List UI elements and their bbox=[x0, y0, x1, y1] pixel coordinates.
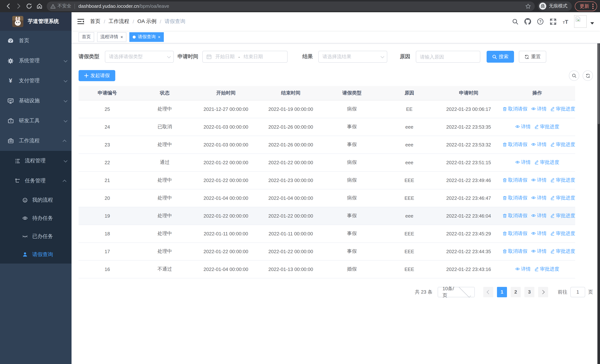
detail-link[interactable]: 详情 bbox=[531, 141, 547, 148]
approval-progress-link[interactable]: 审批进度 bbox=[534, 124, 559, 130]
page-size-select[interactable]: 10条/页 bbox=[438, 287, 475, 297]
sidebar-item-leave-query[interactable]: 请假查询 bbox=[0, 245, 72, 263]
sidebar-item-done-tasks[interactable]: 已办任务 bbox=[0, 227, 72, 245]
show-search-button[interactable] bbox=[569, 70, 579, 81]
bookmark-star-icon[interactable] bbox=[525, 3, 531, 9]
avatar[interactable] bbox=[574, 15, 587, 28]
update-label[interactable]: 更新 bbox=[580, 3, 589, 9]
eye-closed-icon bbox=[22, 233, 28, 239]
detail-link[interactable]: 详情 bbox=[531, 248, 547, 255]
tag-leave-query[interactable]: 请假查询× bbox=[129, 32, 164, 42]
fullscreen-icon[interactable] bbox=[547, 15, 559, 28]
forward-icon[interactable] bbox=[13, 1, 24, 11]
reload-icon[interactable] bbox=[24, 1, 34, 11]
tag-process-detail[interactable]: 流程详情× bbox=[97, 32, 126, 42]
user-icon bbox=[22, 252, 28, 257]
detail-link[interactable]: 详情 bbox=[531, 177, 547, 184]
svg-text:?: ? bbox=[539, 19, 542, 24]
github-icon[interactable] bbox=[521, 15, 534, 28]
approval-progress-link[interactable]: 审批进度 bbox=[550, 141, 575, 148]
detail-link[interactable]: 详情 bbox=[515, 159, 531, 166]
search-button[interactable]: 搜索 bbox=[487, 51, 514, 63]
detail-link[interactable]: 详情 bbox=[531, 106, 547, 112]
scrollbar[interactable] bbox=[597, 12, 600, 364]
briefcase-icon bbox=[7, 138, 14, 144]
leave-table: 申请编号 状态 开始时间 结束时间 请假类型 原因 申请时间 操作 25处理中2 bbox=[79, 86, 575, 278]
search-icon[interactable] bbox=[509, 15, 521, 28]
page-button-3[interactable]: 3 bbox=[525, 287, 534, 297]
close-icon[interactable]: × bbox=[158, 35, 160, 39]
eye-icon bbox=[515, 124, 520, 129]
sidebar-item-devtools[interactable]: 研发工具 bbox=[0, 111, 72, 131]
detail-link[interactable]: 详情 bbox=[515, 266, 531, 272]
detail-link[interactable]: 详情 bbox=[531, 195, 547, 201]
approval-progress-link[interactable]: 审批进度 bbox=[550, 195, 575, 201]
eye-icon bbox=[22, 215, 28, 221]
approval-progress-link[interactable]: 审批进度 bbox=[534, 159, 559, 166]
security-label[interactable]: 不安全 bbox=[57, 3, 71, 9]
detail-link[interactable]: 详情 bbox=[531, 230, 547, 237]
start-date-placeholder[interactable]: 开始日期 bbox=[215, 53, 234, 60]
reason-input[interactable] bbox=[416, 51, 480, 63]
cancel-leave-link[interactable]: 取消请假 bbox=[503, 195, 527, 201]
pen-icon bbox=[534, 160, 539, 165]
approval-progress-link[interactable]: 审批进度 bbox=[534, 266, 559, 273]
page-jump-input[interactable] bbox=[570, 287, 585, 297]
url-text[interactable]: dashboard.yudao.iocoder.cn/bpm/oa/leave bbox=[78, 3, 525, 9]
refresh-table-button[interactable] bbox=[582, 70, 593, 81]
sidebar-item-workflow[interactable]: 工作流程 bbox=[0, 131, 72, 151]
reset-button[interactable]: 重置 bbox=[519, 51, 546, 63]
font-size-icon[interactable]: TT bbox=[559, 15, 572, 28]
approval-progress-link[interactable]: 审批进度 bbox=[550, 230, 575, 237]
create-leave-button[interactable]: 发起请假 bbox=[79, 70, 115, 81]
tag-home[interactable]: 首页 bbox=[79, 32, 94, 42]
sidebar-item-home[interactable]: 首页 bbox=[0, 31, 72, 51]
prev-page-button[interactable] bbox=[483, 287, 493, 297]
breadcrumb-oa-example[interactable]: OA 示例 bbox=[138, 18, 157, 25]
page-button-1[interactable]: 1 bbox=[497, 287, 507, 297]
sidebar-item-process-mgmt[interactable]: 流程管理 bbox=[0, 151, 72, 171]
update-chip[interactable]: 更新 bbox=[575, 1, 597, 11]
sidebar-item-todo-tasks[interactable]: 待办任务 bbox=[0, 209, 72, 227]
end-date-placeholder[interactable]: 结束日期 bbox=[244, 53, 263, 60]
cancel-leave-link[interactable]: 取消请假 bbox=[503, 141, 527, 148]
approval-progress-link[interactable]: 审批进度 bbox=[550, 177, 575, 184]
help-icon[interactable]: ? bbox=[534, 15, 547, 28]
cancel-leave-link[interactable]: 取消请假 bbox=[503, 230, 527, 237]
leave-type-select[interactable]: 请选择请假类型 bbox=[105, 51, 174, 63]
next-page-button[interactable] bbox=[538, 287, 548, 297]
result-select[interactable]: 请选择流结果 bbox=[318, 51, 387, 63]
incognito-icon bbox=[539, 3, 546, 10]
close-icon[interactable]: × bbox=[121, 35, 123, 39]
sidebar-item-infra[interactable]: 基础设施 bbox=[0, 91, 72, 111]
sidebar-item-task-mgmt[interactable]: 任务管理 bbox=[0, 171, 72, 191]
address-bar[interactable]: 不安全 dashboard.yudao.iocoder.cn/bpm/oa/le… bbox=[47, 1, 535, 11]
detail-link[interactable]: 详情 bbox=[515, 123, 531, 130]
approval-progress-link[interactable]: 审批进度 bbox=[550, 248, 575, 255]
apply-time-label: 申请时间 bbox=[178, 53, 198, 60]
breadcrumb-workflow[interactable]: 工作流程 bbox=[109, 18, 129, 25]
table-row: 20处理中2022-01-04 00:00:002022-01-04 00:00… bbox=[79, 189, 575, 207]
sidebar-item-my-process[interactable]: 我的流程 bbox=[0, 191, 72, 209]
browser-menu-icon[interactable] bbox=[592, 3, 594, 9]
app-title: 芋道管理系统 bbox=[28, 18, 59, 25]
cancel-leave-link[interactable]: 取消请假 bbox=[503, 177, 527, 184]
table-tools bbox=[565, 70, 593, 81]
apply-time-range-picker[interactable]: 开始日期 - 结束日期 bbox=[202, 51, 288, 63]
breadcrumb-home[interactable]: 首页 bbox=[90, 18, 100, 25]
cancel-leave-link[interactable]: 取消请假 bbox=[503, 248, 527, 255]
refresh-icon bbox=[525, 54, 529, 59]
caret-down-icon[interactable] bbox=[590, 22, 594, 24]
cancel-leave-link[interactable]: 取消请假 bbox=[503, 106, 527, 112]
page-button-2[interactable]: 2 bbox=[511, 287, 521, 297]
sidebar-collapse-icon[interactable] bbox=[77, 19, 84, 24]
sidebar-item-system[interactable]: 系统管理 bbox=[0, 51, 72, 71]
approval-progress-link[interactable]: 审批进度 bbox=[550, 213, 575, 219]
detail-link[interactable]: 详情 bbox=[531, 212, 547, 219]
approval-progress-link[interactable]: 审批进度 bbox=[550, 106, 575, 112]
back-icon[interactable] bbox=[3, 1, 13, 11]
home-icon[interactable] bbox=[34, 1, 45, 11]
total-count: 共 23 条 bbox=[415, 289, 432, 295]
sidebar-item-payment[interactable]: ¥ 支付管理 bbox=[0, 71, 72, 91]
cancel-leave-link[interactable]: 取消请假 bbox=[503, 213, 527, 219]
